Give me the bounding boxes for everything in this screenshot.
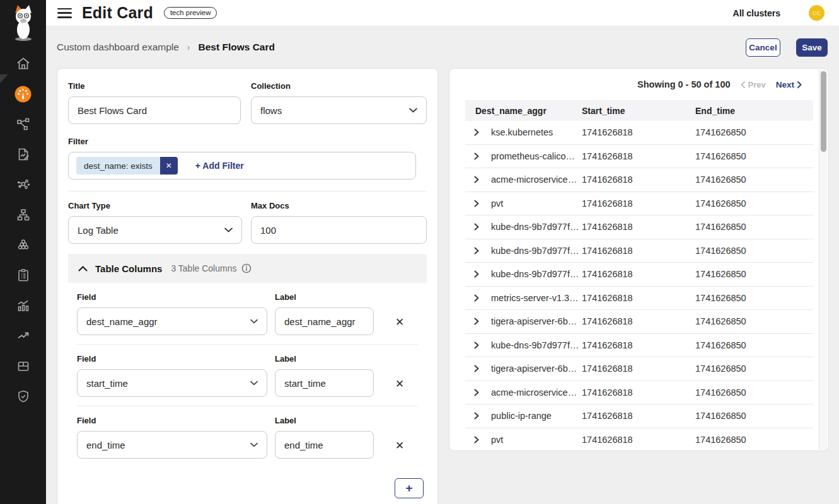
next-page-button[interactable]: Next [776,80,802,89]
dashboards-icon[interactable] [0,79,46,109]
table-row[interactable]: metrics-server-v1.3… 1741626818 17416268… [465,287,813,311]
breadcrumb-parent[interactable]: Custom dashboard example [57,42,179,53]
table-columns-section-header[interactable]: Table Columns 3 Table Columns [68,254,427,283]
home-icon[interactable] [0,49,46,79]
save-button[interactable]: Save [796,38,828,57]
table-row[interactable]: kube-dns-9b7d977f… 1741626818 1741626850 [465,239,813,263]
row-expand-chevron-icon[interactable] [474,129,491,136]
column-header-start-time: Start_time [582,106,695,116]
prev-page-button[interactable]: Prev [741,80,766,89]
row-expand-chevron-icon[interactable] [474,176,491,183]
max-docs-input[interactable]: 100 [251,216,427,244]
filter-box[interactable]: dest_name: exists ✕ + Add Filter [68,152,416,180]
row-expand-chevron-icon[interactable] [474,365,491,372]
security-icon[interactable] [0,381,46,411]
cell-end-time: 1741626850 [695,127,813,137]
chart-type-label: Chart Type [68,201,242,210]
showing-text: Showing 0 - 50 of 100 [637,79,730,89]
service-graph-icon[interactable] [0,109,46,139]
label-input[interactable]: end_time [275,431,374,459]
field-select[interactable]: start_time [77,369,267,397]
cell-start-time: 1741626818 [582,151,695,161]
table-row[interactable]: kube-dns-9b7d977f… 1741626818 1741626850 [465,334,813,358]
field-select[interactable]: end_time [77,431,267,459]
cluster-selector[interactable]: All clusters [733,8,780,18]
chevron-left-icon [741,81,745,88]
row-expand-chevron-icon[interactable] [474,389,491,396]
table-row[interactable]: acme-microservice… 1741626818 1741626850 [465,168,813,192]
policies-icon[interactable] [0,260,46,290]
add-column-button[interactable]: + [395,478,424,498]
table-row[interactable]: kube-dns-9b7d977f… 1741626818 1741626850 [465,263,813,287]
calico-cat-logo[interactable] [0,0,46,45]
remove-column-icon[interactable]: ✕ [395,440,404,451]
info-icon[interactable] [241,263,252,273]
label-input[interactable]: start_time [275,369,374,397]
workloads-icon[interactable] [0,351,46,381]
breadcrumb-separator-icon: › [187,42,190,52]
remove-column-icon[interactable]: ✕ [395,379,404,389]
filter-chip-label: dest_name: exists [76,157,160,175]
scrollbar-thumb[interactable] [821,71,826,152]
table-row[interactable]: tigera-apiserver-6b… 1741626818 17416268… [465,310,813,334]
row-expand-chevron-icon[interactable] [474,270,491,278]
chevron-down-icon [250,442,258,447]
row-expand-chevron-icon[interactable] [474,412,491,420]
table-row[interactable]: tigera-apiserver-6b… 1741626818 17416268… [465,357,813,381]
add-filter-button[interactable]: + Add Filter [195,161,244,171]
pagination: Showing 0 - 50 of 100 Prev Next [449,69,828,100]
chart-type-select[interactable]: Log Table [68,216,242,244]
row-expand-chevron-icon[interactable] [474,200,491,207]
field-select[interactable]: dest_name_aggr [77,307,267,335]
table-row[interactable]: public-ip-range 1741626818 1741626850 [465,404,813,428]
row-expand-chevron-icon[interactable] [474,247,491,255]
divider [68,191,427,192]
row-expand-chevron-icon[interactable] [474,436,491,444]
row-expand-chevron-icon[interactable] [474,152,491,160]
chevron-down-icon [250,319,258,324]
table-column-row: Field end_time Label end_time ✕ [77,406,418,467]
flow-logs-icon[interactable] [0,139,46,169]
remove-filter-icon[interactable]: ✕ [160,157,178,175]
cell-dest-name-aggr: public-ip-range [491,411,582,421]
cell-start-time: 1741626818 [582,269,695,279]
remove-column-icon[interactable]: ✕ [395,317,404,328]
table-row[interactable]: kse.kubernetes 1741626818 1741626850 [465,121,813,145]
table-row[interactable]: acme-microservice… 1741626818 1741626850 [465,381,813,405]
trends-icon[interactable] [0,321,46,351]
label-input[interactable]: dest_name_aggr [275,307,374,335]
max-docs-label: Max Docs [251,201,427,210]
cell-start-time: 1741626818 [582,175,695,185]
table-header-row: Dest_name_aggr Start_time End_time [465,100,813,121]
table-row[interactable]: pvt 1741626818 1741626850 [465,428,813,452]
title-input[interactable]: Best Flows Card [68,96,241,124]
metrics-icon[interactable] [0,290,46,321]
filter-chip: dest_name: exists ✕ [76,157,178,175]
hamburger-menu-icon[interactable] [57,8,72,18]
cell-start-time: 1741626818 [582,364,695,374]
card-preview-panel: Showing 0 - 50 of 100 Prev Next Dest_nam… [449,68,829,451]
collapse-chevron-up-icon [78,266,88,272]
table-row[interactable]: prometheus-calico… 1741626818 1741626850 [465,145,813,169]
avatar[interactable]: CC [809,5,825,21]
table-row[interactable]: pvt 1741626818 1741626850 [465,192,813,216]
cell-end-time: 1741626850 [695,340,813,350]
network-graph-icon[interactable] [0,169,46,200]
row-expand-chevron-icon[interactable] [474,341,491,349]
scrollbar-track[interactable] [819,69,828,450]
collection-select[interactable]: flows [251,96,427,124]
cancel-button[interactable]: Cancel [746,38,780,57]
clusters-icon[interactable] [0,230,46,260]
row-expand-chevron-icon[interactable] [474,223,491,231]
table-row[interactable]: kube-dns-9b7d977f… 1741626818 1741626850 [465,215,813,239]
action-bar: Custom dashboard example › Best Flows Ca… [46,26,839,68]
cell-dest-name-aggr: acme-microservice… [491,175,582,185]
row-expand-chevron-icon[interactable] [474,318,491,325]
cell-dest-name-aggr: kube-dns-9b7d977f… [491,222,582,232]
cell-dest-name-aggr: pvt [491,435,582,445]
row-expand-chevron-icon[interactable] [474,294,491,302]
cell-dest-name-aggr: tigera-apiserver-6b… [491,364,582,374]
cell-end-time: 1741626850 [695,198,813,209]
topology-icon[interactable] [0,200,46,230]
cell-start-time: 1741626818 [582,316,695,326]
